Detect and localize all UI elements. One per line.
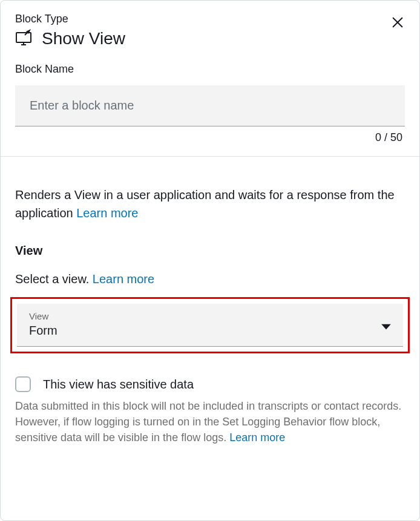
close-button[interactable] <box>390 15 405 30</box>
view-dropdown-highlight: View Form <box>10 297 410 353</box>
description-text-content: Renders a View in a user application and… <box>15 188 395 220</box>
sensitive-data-checkbox[interactable] <box>15 376 31 392</box>
svg-rect-2 <box>16 33 31 42</box>
block-type-label: Block Type <box>15 13 405 25</box>
panel-body: Renders a View in a user application and… <box>1 157 419 460</box>
chevron-down-icon <box>381 322 391 333</box>
select-view-learn-more-link[interactable]: Learn more <box>93 272 154 286</box>
description-learn-more-link[interactable]: Learn more <box>76 206 138 220</box>
block-properties-panel: Block Type Show View Block Name <box>0 0 420 521</box>
panel-title: Show View <box>42 29 125 48</box>
show-view-icon <box>15 29 33 48</box>
select-view-text-content: Select a view. <box>15 272 89 286</box>
sensitive-data-checkbox-label: This view has sensitive data <box>43 378 194 392</box>
panel-header: Block Type Show View <box>1 1 419 63</box>
select-view-text: Select a view. Learn more <box>15 272 405 286</box>
block-name-input-wrap <box>15 85 405 126</box>
block-name-label: Block Name <box>15 63 405 76</box>
sensitive-data-section: This view has sensitive data Data submit… <box>15 376 405 445</box>
char-counter: 0 / 50 <box>15 131 405 144</box>
view-dropdown-label: View <box>29 311 391 321</box>
close-icon <box>391 16 404 29</box>
view-heading: View <box>15 244 405 258</box>
helper-text-content: Data submitted in this block will not be… <box>15 400 401 444</box>
view-dropdown[interactable]: View Form <box>17 304 403 347</box>
sensitive-data-learn-more-link[interactable]: Learn more <box>229 431 285 444</box>
sensitive-data-helper-text: Data submitted in this block will not be… <box>15 398 405 445</box>
view-dropdown-value: Form <box>29 324 391 338</box>
block-name-input[interactable] <box>30 99 390 113</box>
block-description: Renders a View in a user application and… <box>15 186 405 222</box>
block-name-section: Block Name 0 / 50 <box>1 63 419 156</box>
